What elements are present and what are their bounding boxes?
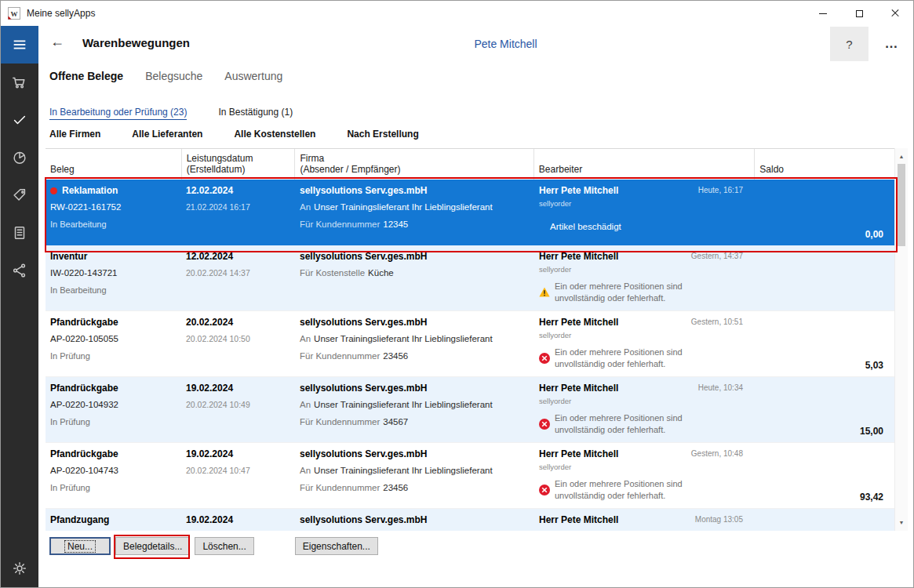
table-row[interactable]: Pfandrückgabe AP-0220-104932 In Prüfung …: [46, 377, 894, 443]
company-line: AnUnser Trainingslieferant Ihr Lieblings…: [300, 466, 493, 483]
table-row[interactable]: Pfandrückgabe AP-0220-105055 In Prüfung …: [46, 311, 894, 377]
beleg-cell: Pfandrückgabe AP-0220-104743 In Prüfung: [46, 443, 181, 508]
filter-nach-erstellung[interactable]: Nach Erstellung: [347, 129, 418, 140]
scroll-down-icon[interactable]: ▼: [895, 516, 908, 529]
row-message: Artikel beschädigt: [550, 221, 621, 234]
company-line: Für Kundennummer23456: [300, 351, 493, 368]
tab-auswertung[interactable]: Auswertung: [224, 70, 282, 82]
documents-table: BelegLeistungsdatum(Erstelldatum)Firma(A…: [46, 148, 908, 531]
minimize-button[interactable]: [805, 1, 841, 26]
subtabs: In Bearbeitung oder Prüfung (23)In Bestä…: [49, 107, 324, 120]
filter-alle-kostenstellen[interactable]: Alle Kostenstellen: [234, 129, 315, 140]
sidebar-nav: [1, 64, 38, 289]
neu-button[interactable]: Neu...: [49, 537, 111, 555]
close-button[interactable]: [877, 1, 913, 26]
saldo-value: 15,00: [860, 426, 883, 437]
sidebar-item-price-tag[interactable]: [1, 176, 38, 214]
hamburger-menu-button[interactable]: [1, 26, 38, 64]
column-header-firma[interactable]: Firma(Absender / Empfänger): [294, 149, 533, 180]
firma-cell: sellysolutions Serv.ges.mbH AnUnser Trai…: [295, 311, 534, 376]
editor-app: sellyorder: [539, 463, 571, 471]
checkmark-icon: [11, 111, 28, 129]
sidebar-item-checkmark[interactable]: [1, 101, 38, 139]
doc-type: Pfandzugang: [50, 514, 109, 525]
sidebar-item-ledger[interactable]: [1, 214, 38, 252]
company-line: AnUnser Trainingslieferant Ihr Lieblings…: [300, 334, 493, 351]
sidebar-item-cart[interactable]: [1, 64, 38, 101]
help-button[interactable]: ?: [830, 27, 868, 61]
message-text: Ein oder mehrere Positionen sind unvolls…: [555, 347, 712, 370]
minimize-icon: [819, 13, 827, 14]
service-date: 19.02.2024: [186, 448, 233, 459]
saldo-cell: 5,03: [756, 311, 894, 376]
column-header-saldo[interactable]: Saldo: [754, 149, 894, 180]
sidebar-item-settings[interactable]: [1, 550, 38, 587]
editor-app: sellyorder: [539, 265, 571, 274]
doc-type: Pfandrückgabe: [50, 317, 118, 328]
column-header-beleg[interactable]: Beleg: [46, 149, 181, 180]
filter-alle-firmen[interactable]: Alle Firmen: [49, 129, 100, 140]
row-timestamp: Montag 13:05: [695, 515, 743, 524]
firma-cell: sellysolutions Serv.ges.mbH AnUnser Trai…: [295, 180, 534, 245]
company-lines: AnUnser Trainingslieferant Ihr Lieblings…: [300, 334, 493, 368]
table-row[interactable]: Inventur IW-0220-143721 In Bearbeitung 1…: [46, 245, 894, 311]
maximize-button[interactable]: [841, 1, 877, 26]
column-header-bearbeiter[interactable]: Bearbeiter: [533, 149, 754, 180]
share-network-icon: [11, 262, 28, 279]
datum-cell: 19.02.2024: [181, 509, 295, 531]
doc-type: Reklamation: [62, 185, 118, 196]
beleg-cell: Pfandrückgabe AP-0220-105055 In Prüfung: [46, 311, 181, 376]
editor-app: sellyorder: [539, 397, 571, 405]
created-date: 20.02.2024 14:37: [186, 268, 250, 278]
editor-name: Herr Pete Mitchell: [539, 317, 618, 328]
filter-alle-lieferanten[interactable]: Alle Lieferanten: [132, 129, 202, 140]
firma-cell: sellysolutions Serv.ges.mbH AnUnser Trai…: [295, 443, 534, 508]
scrollbar-thumb[interactable]: [898, 164, 905, 246]
company-line: AnUnser Trainingslieferant Ihr Lieblings…: [300, 400, 493, 417]
saldo-cell: [756, 245, 894, 310]
saldo-cell: 93,42: [756, 443, 894, 508]
doc-number: AP-0220-104932: [50, 400, 118, 409]
company-lines: AnUnser Trainingslieferant Ihr Lieblings…: [300, 202, 493, 237]
row-timestamp: Gestern, 14:37: [691, 252, 743, 260]
company-name: sellysolutions Serv.ges.mbH: [300, 383, 428, 394]
status-dot-icon: [50, 187, 57, 194]
more-options-button[interactable]: …: [877, 32, 905, 56]
editor-name: Herr Pete Mitchell: [539, 251, 618, 262]
sidebar-item-pie-chart[interactable]: [1, 139, 38, 176]
ledger-icon: [11, 224, 28, 241]
tabs: Offene BelegeBelegsucheAuswertung: [49, 70, 304, 82]
scroll-up-icon[interactable]: ▲: [895, 150, 908, 163]
eigenschaften-button[interactable]: Eigenschaften...: [295, 537, 378, 555]
table-row[interactable]: Pfandzugang 19.02.2024 sellysolutions Se…: [46, 509, 894, 531]
belegdetails-button[interactable]: Belegdetails...: [115, 537, 190, 555]
message-text: Ein oder mehrere Positionen sind unvolls…: [555, 281, 712, 304]
löschen-button[interactable]: Löschen...: [195, 537, 253, 555]
table-row[interactable]: Reklamation RW-0221-161752 In Bearbeitun…: [46, 180, 894, 245]
row-message: Ein oder mehrere Positionen sind unvolls…: [539, 347, 712, 370]
doc-status: In Prüfung: [50, 417, 90, 426]
sidebar-item-share-network[interactable]: [1, 252, 38, 289]
firma-cell: sellysolutions Serv.ges.mbH: [295, 509, 534, 531]
table-row[interactable]: Pfandrückgabe AP-0220-104743 In Prüfung …: [46, 443, 894, 509]
tab-belegsuche[interactable]: Belegsuche: [145, 70, 202, 82]
datum-cell: 12.02.2024 21.02.2024 16:17: [181, 180, 295, 245]
current-user[interactable]: Pete Mitchell: [474, 38, 537, 50]
service-date: 19.02.2024: [186, 514, 233, 525]
doc-number: RW-0221-161752: [50, 202, 121, 212]
column-header-leistungsdatum[interactable]: Leistungsdatum(Erstelldatum): [181, 149, 295, 180]
beleg-cell: Reklamation RW-0221-161752 In Bearbeitun…: [46, 180, 181, 245]
doc-number: AP-0220-105055: [50, 334, 118, 343]
company-name: sellysolutions Serv.ges.mbH: [300, 317, 428, 328]
error-icon: [539, 419, 550, 430]
subtab-in-bestätigung-1[interactable]: In Bestätigung (1): [218, 107, 293, 120]
vertical-scrollbar[interactable]: ▲ ▼: [894, 148, 908, 531]
back-arrow-button[interactable]: ←: [50, 34, 64, 50]
subtab-in-bearbeitung-oder-prüfung-23[interactable]: In Bearbeitung oder Prüfung (23): [49, 107, 187, 120]
doc-type: Pfandrückgabe: [50, 383, 118, 394]
main-content: ← Warenbewegungen Pete Mitchell ? … Offe…: [38, 26, 913, 587]
doc-status: In Bearbeitung: [50, 285, 107, 295]
tab-offene-belege[interactable]: Offene Belege: [49, 70, 123, 82]
row-timestamp: Heute, 16:17: [698, 186, 743, 194]
filters: Alle FirmenAlle LieferantenAlle Kostenst…: [49, 129, 450, 140]
